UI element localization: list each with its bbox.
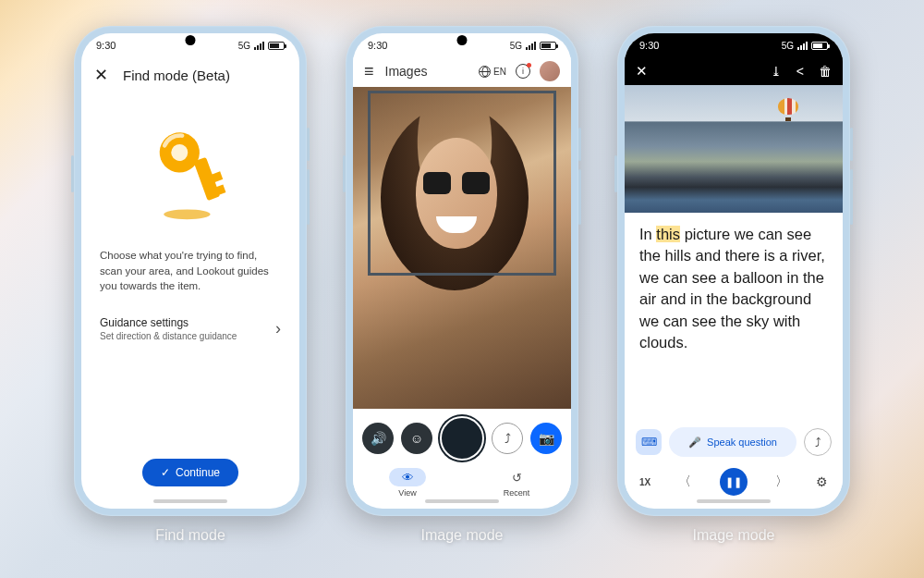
- speaker-icon: 🔊: [371, 431, 386, 446]
- status-network: 5G: [238, 41, 250, 51]
- svg-point-0: [164, 209, 210, 219]
- signal-icon: [797, 41, 808, 50]
- battery-icon: [811, 42, 828, 50]
- phone-image-mode-result: 9:30 5G ✕ ⤓ < 🗑: [617, 26, 850, 516]
- language-selector[interactable]: EN: [479, 66, 506, 78]
- speak-label: Speak question: [707, 437, 777, 448]
- home-indicator[interactable]: [697, 499, 771, 503]
- upload-icon: ⤴: [505, 431, 511, 446]
- avatar[interactable]: [540, 61, 560, 81]
- status-time: 9:30: [96, 40, 116, 51]
- tab-recent-label: Recent: [504, 488, 530, 498]
- submit-button[interactable]: ⤴: [804, 428, 832, 456]
- face-mode-button[interactable]: ☺: [401, 423, 432, 454]
- home-indicator[interactable]: [153, 499, 227, 503]
- share-icon[interactable]: <: [796, 64, 804, 79]
- keyboard-button[interactable]: ⌨: [636, 429, 662, 455]
- close-icon[interactable]: ✕: [636, 63, 648, 80]
- check-icon: ✓: [161, 466, 170, 479]
- camera-mode-button[interactable]: 📷: [530, 423, 562, 454]
- globe-icon: [479, 66, 491, 78]
- upload-button[interactable]: ⤴: [492, 423, 523, 454]
- status-network: 5G: [782, 41, 794, 51]
- chevron-right-icon: ›: [275, 319, 281, 338]
- continue-button[interactable]: ✓ Continue: [142, 459, 238, 486]
- camera-punch-hole: [729, 35, 739, 45]
- phone-image-mode-camera: 9:30 5G ≡ Images EN i: [346, 26, 578, 516]
- audio-button[interactable]: 🔊: [362, 423, 394, 454]
- language-code: EN: [493, 67, 506, 77]
- caption-image-mode-1: Image mode: [421, 527, 504, 544]
- face-icon: ☺: [410, 431, 423, 446]
- history-icon: ↺: [512, 471, 522, 485]
- upload-icon: ⤴: [815, 436, 821, 449]
- home-indicator[interactable]: [425, 499, 499, 503]
- signal-icon: [526, 41, 536, 50]
- result-image: [625, 85, 843, 213]
- speak-question-button[interactable]: 🎤 Speak question: [669, 427, 796, 457]
- balloon-graphic: [778, 98, 798, 121]
- camera-punch-hole: [457, 35, 468, 45]
- image-description: In this picture we can see the hills and…: [625, 213, 843, 422]
- settings-gear-icon[interactable]: ⚙: [816, 474, 828, 489]
- eye-icon: 👁: [402, 471, 414, 485]
- status-network: 5G: [510, 41, 522, 51]
- phone-find-mode: 9:30 5G ✕ Find mode (Beta): [74, 26, 307, 516]
- next-button[interactable]: 〉: [775, 473, 788, 490]
- delete-icon[interactable]: 🗑: [819, 64, 832, 79]
- description-text: Choose what you're trying to find, scan …: [100, 248, 281, 294]
- caption-find-mode: Find mode: [155, 527, 225, 544]
- playback-speed[interactable]: 1X: [639, 477, 650, 487]
- settings-subtitle: Set direction & distance guidance: [100, 331, 237, 341]
- battery-icon: [268, 42, 285, 50]
- download-icon[interactable]: ⤓: [771, 64, 782, 79]
- detection-frame: [368, 91, 556, 276]
- page-title: Find mode (Beta): [123, 68, 230, 83]
- mic-icon: 🎤: [688, 437, 701, 449]
- prev-button[interactable]: 〈: [678, 473, 691, 490]
- app-bar: ≡ Images EN i: [353, 57, 571, 87]
- status-time: 9:30: [639, 40, 659, 51]
- section-label: Images: [385, 64, 428, 79]
- highlighted-word: this: [656, 226, 680, 242]
- camera-icon: 📷: [539, 431, 554, 446]
- key-illustration: [149, 120, 232, 222]
- guidance-settings-row[interactable]: Guidance settings Set direction & distan…: [100, 316, 281, 341]
- tab-view-label: View: [398, 488, 416, 498]
- menu-icon[interactable]: ≡: [364, 62, 374, 81]
- signal-icon: [254, 41, 264, 50]
- camera-viewfinder: [353, 87, 571, 409]
- info-icon[interactable]: i: [516, 64, 530, 79]
- battery-icon: [540, 42, 556, 50]
- tab-recent[interactable]: ↺ Recent: [498, 468, 535, 498]
- pause-button[interactable]: ❚❚: [720, 468, 748, 496]
- tab-view[interactable]: 👁 View: [389, 468, 426, 498]
- caption-image-mode-2: Image mode: [693, 527, 775, 544]
- pause-icon: ❚❚: [725, 476, 742, 488]
- keyboard-icon: ⌨: [641, 436, 657, 449]
- shutter-button[interactable]: [440, 416, 484, 461]
- status-time: 9:30: [368, 40, 387, 51]
- camera-punch-hole: [186, 35, 196, 45]
- settings-title: Guidance settings: [100, 316, 237, 329]
- close-icon[interactable]: ✕: [94, 65, 108, 85]
- continue-label: Continue: [176, 466, 220, 479]
